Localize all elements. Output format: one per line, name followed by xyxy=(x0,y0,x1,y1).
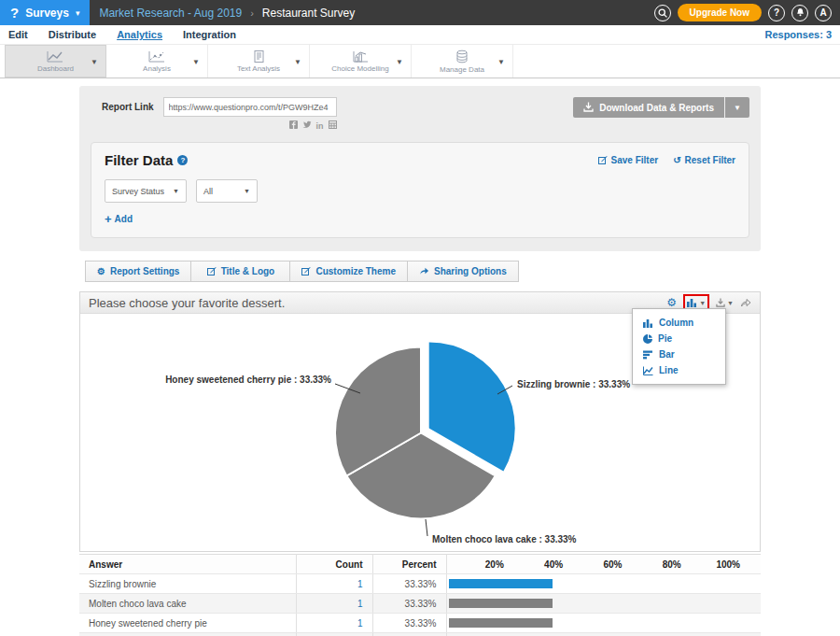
count-link[interactable]: 1 xyxy=(296,574,372,594)
chart-share-button[interactable] xyxy=(740,298,751,307)
scale-tick: 20% xyxy=(456,559,515,570)
gears-icon: ⚙ xyxy=(97,266,105,276)
percent-cell: 33.33% xyxy=(372,594,446,614)
embed-icon[interactable] xyxy=(329,120,337,131)
nav-item-analytics[interactable]: Analytics xyxy=(117,29,162,40)
count-link[interactable]: 0 xyxy=(296,633,372,636)
chevron-down-icon[interactable]: ▼ xyxy=(497,57,505,65)
upgrade-now-button[interactable]: Upgrade Now xyxy=(678,4,762,21)
linkedin-icon[interactable]: in xyxy=(316,121,324,131)
table-header-row: Answer Count Percent 20% 40% 60% 80% 100… xyxy=(79,555,761,574)
document-icon xyxy=(252,49,266,64)
pie-label-sizzling-brownie: Sizzling brownie : 33.33% xyxy=(517,379,630,389)
scale-tick: 100% xyxy=(693,559,751,570)
column-chart-icon xyxy=(643,318,653,328)
toolbar-item-text-analysis[interactable]: Text Analysis ▼ xyxy=(208,45,310,78)
scale-tick: 40% xyxy=(515,559,574,570)
notifications-bell-icon[interactable] xyxy=(791,5,808,21)
menu-item-bar[interactable]: Bar xyxy=(633,346,725,362)
chevron-down-icon[interactable]: ▼ xyxy=(91,57,98,65)
percent-cell: 33.33% xyxy=(372,574,446,594)
tab-sharing-options[interactable]: Sharing Options xyxy=(407,261,519,282)
filter-value-select[interactable]: All ▼ xyxy=(196,179,258,203)
bar-cell xyxy=(446,574,761,594)
report-panel: Report Link in Download Data & Reports ▼ xyxy=(79,86,761,251)
nav-item-integration[interactable]: Integration xyxy=(183,29,236,40)
chart-type-button[interactable]: ▼ xyxy=(687,298,706,307)
line-chart-icon xyxy=(46,49,64,64)
nav-item-edit[interactable]: Edit xyxy=(8,29,28,40)
table-row: Molten choco lava cake133.33% xyxy=(79,594,761,614)
add-filter-button[interactable]: + Add xyxy=(105,212,133,226)
count-link[interactable]: 1 xyxy=(296,614,372,633)
responses-count[interactable]: Responses: 3 xyxy=(764,29,832,40)
nav-item-distribute[interactable]: Distribute xyxy=(49,29,96,40)
answer-cell: Molten choco lava cake xyxy=(79,594,296,614)
breadcrumb-parent-link[interactable]: Market Research - Aug 2019 xyxy=(99,7,242,20)
help-button[interactable]: ? xyxy=(768,5,785,21)
bar-cell xyxy=(446,614,761,633)
toolbar-item-analysis[interactable]: Analysis ▼ xyxy=(106,45,208,78)
question-chart-panel: Please choose your favorite dessert. ⚙ ▼… xyxy=(79,291,761,552)
scatter-chart-icon xyxy=(147,49,166,64)
tab-customize-theme[interactable]: Customize Theme xyxy=(289,261,408,282)
save-filter-button[interactable]: Save Filter xyxy=(598,155,659,166)
menu-item-line[interactable]: Line xyxy=(633,362,725,378)
avatar[interactable]: A xyxy=(815,5,832,21)
facebook-icon[interactable] xyxy=(289,120,298,131)
label-leader-line xyxy=(426,519,427,536)
combo-chart-icon xyxy=(351,49,370,64)
filter-panel: Filter Data ? Save Filter ↺ Reset Filter… xyxy=(91,142,749,238)
questionpro-logo-icon: ? xyxy=(10,5,19,21)
percent-cell: 33.33% xyxy=(372,614,446,633)
scale-header: 20% 40% 60% 80% 100% xyxy=(446,555,761,574)
answers-table: Answer Count Percent 20% 40% 60% 80% 100… xyxy=(79,554,761,636)
download-data-reports-button[interactable]: Download Data & Reports xyxy=(573,97,724,118)
menu-item-pie[interactable]: Pie xyxy=(633,331,725,346)
database-icon xyxy=(455,49,469,64)
answer-header: Answer xyxy=(79,555,296,574)
table-row: Sizzling brownie133.33% xyxy=(79,574,761,594)
scale-tick: 60% xyxy=(574,559,633,570)
reset-icon: ↺ xyxy=(673,155,680,165)
pie-label-honey-sweetened-cherry-pie: Honey sweetened cherry pie : 33.33% xyxy=(165,375,331,385)
chevron-down-icon[interactable]: ▼ xyxy=(294,57,301,65)
edit-icon xyxy=(301,266,311,277)
percent-bar xyxy=(449,618,553,628)
toolbar-item-dashboard[interactable]: Dashboard ▼ xyxy=(5,45,106,78)
tab-report-settings[interactable]: ⚙ Report Settings xyxy=(85,261,191,282)
percent-header: Percent xyxy=(372,555,446,574)
count-header: Count xyxy=(296,555,372,574)
chart-download-button[interactable]: ▼ xyxy=(716,298,734,307)
breadcrumb: Market Research - Aug 2019 › Restaurant … xyxy=(99,7,355,20)
topbar: ? Surveys ▾ Market Research - Aug 2019 ›… xyxy=(0,0,840,25)
main-nav: Edit Distribute Analytics Integration Re… xyxy=(0,25,840,45)
toolbar-item-manage-data[interactable]: Manage Data ▼ xyxy=(412,45,513,78)
answers-tbody: Sizzling brownie133.33%Molten choco lava… xyxy=(79,574,761,636)
tab-title-logo[interactable]: Title & Logo xyxy=(190,261,290,282)
twitter-icon[interactable] xyxy=(302,120,312,131)
reset-filter-button[interactable]: ↺ Reset Filter xyxy=(673,155,735,166)
menu-item-column[interactable]: Column xyxy=(633,315,725,331)
download-group: Download Data & Reports ▼ xyxy=(573,97,749,118)
answer-cell: Sizzling brownie xyxy=(79,574,296,594)
toolbar-item-choice-modelling[interactable]: Choice Modelling ▼ xyxy=(310,45,412,78)
chart-type-menu: Column Pie Bar Line xyxy=(632,308,726,385)
chevron-down-icon[interactable]: ▼ xyxy=(192,57,200,65)
search-icon[interactable] xyxy=(654,5,671,21)
chevron-down-icon[interactable]: ▼ xyxy=(396,57,403,65)
breadcrumb-current: Restaurant Survey xyxy=(262,7,355,20)
report-link-input[interactable] xyxy=(163,97,337,117)
pie-chart-icon xyxy=(643,334,652,344)
count-link[interactable]: 1 xyxy=(296,594,372,614)
download-options-caret[interactable]: ▼ xyxy=(725,97,749,118)
surveys-menu[interactable]: ? Surveys ▾ xyxy=(0,0,90,25)
chart-settings-gears-icon[interactable]: ⚙ xyxy=(666,296,677,309)
filter-help-icon[interactable]: ? xyxy=(177,155,188,165)
report-link-label: Report Link xyxy=(102,102,154,112)
table-row: Honey sweetened cherry pie133.33% xyxy=(79,614,761,633)
report-settings-tabs: ⚙ Report Settings Title & Logo Customize… xyxy=(79,261,761,282)
share-arrow-icon xyxy=(419,266,429,277)
download-icon xyxy=(583,102,594,114)
filter-field-select[interactable]: Survey Status ▼ xyxy=(105,179,187,203)
